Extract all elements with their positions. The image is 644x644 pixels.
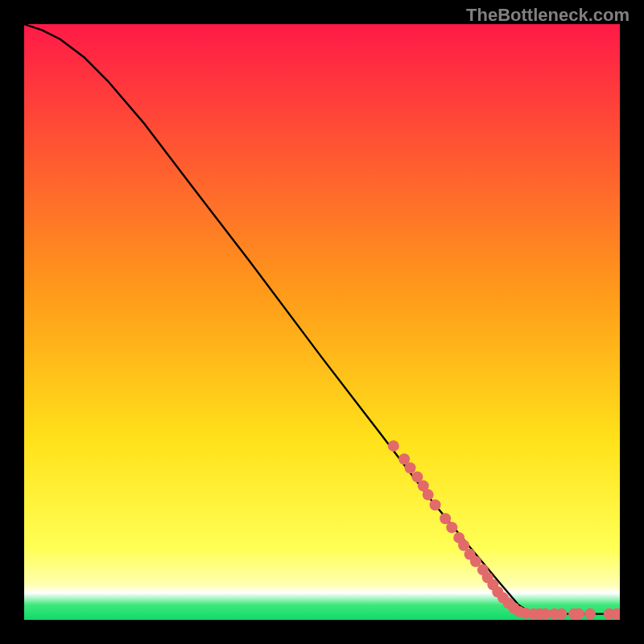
chart-point bbox=[555, 609, 567, 620]
chart-container: TheBottleneck.com bbox=[0, 0, 644, 644]
chart-point bbox=[388, 440, 399, 452]
chart-point bbox=[573, 609, 584, 620]
chart-background bbox=[24, 24, 620, 620]
chart-plot bbox=[24, 24, 620, 620]
chart-point bbox=[446, 522, 457, 533]
chart-point bbox=[430, 499, 441, 510]
chart-point bbox=[584, 609, 596, 620]
chart-point bbox=[405, 462, 416, 473]
chart-point bbox=[423, 489, 434, 501]
chart-svg bbox=[24, 24, 620, 620]
watermark-label: TheBottleneck.com bbox=[466, 5, 630, 26]
